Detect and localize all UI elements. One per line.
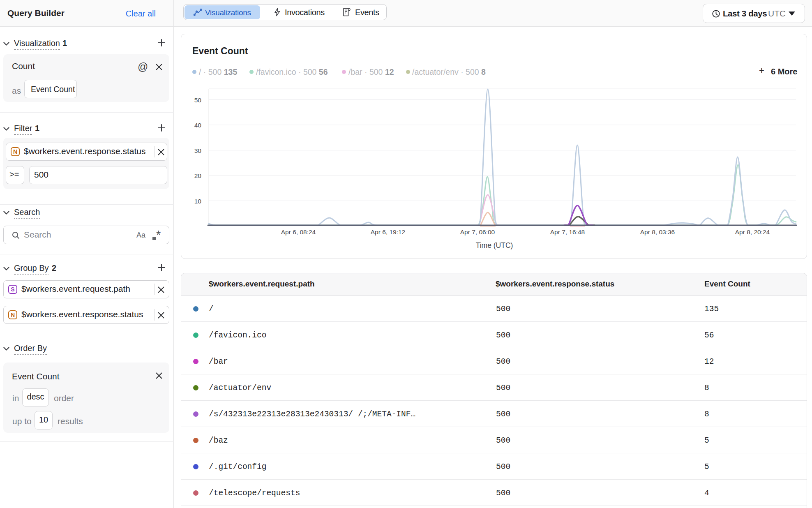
svg-text:10: 10 [194,198,202,205]
svg-text:Apr 6, 19:12: Apr 6, 19:12 [371,229,405,236]
svg-text:Apr 8, 03:36: Apr 8, 03:36 [640,229,675,236]
svg-text:Apr 8, 20:24: Apr 8, 20:24 [735,229,770,236]
svg-text:Apr 7, 16:48: Apr 7, 16:48 [550,229,585,236]
svg-text:Time (UTC): Time (UTC) [476,241,513,249]
svg-text:Apr 7, 06:00: Apr 7, 06:00 [460,229,495,236]
svg-text:40: 40 [194,122,202,129]
svg-text:30: 30 [194,147,202,154]
svg-text:Apr 6, 08:24: Apr 6, 08:24 [281,229,316,236]
svg-text:20: 20 [194,172,202,179]
svg-text:50: 50 [194,97,202,104]
